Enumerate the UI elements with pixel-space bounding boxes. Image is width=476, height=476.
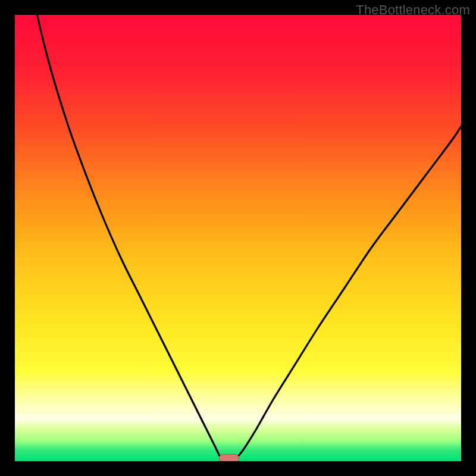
bottleneck-chart [15, 15, 461, 461]
gradient-background [15, 15, 461, 461]
optimum-marker [220, 455, 239, 461]
watermark-text: TheBottleneck.com [356, 2, 470, 18]
plot-frame [15, 15, 461, 461]
